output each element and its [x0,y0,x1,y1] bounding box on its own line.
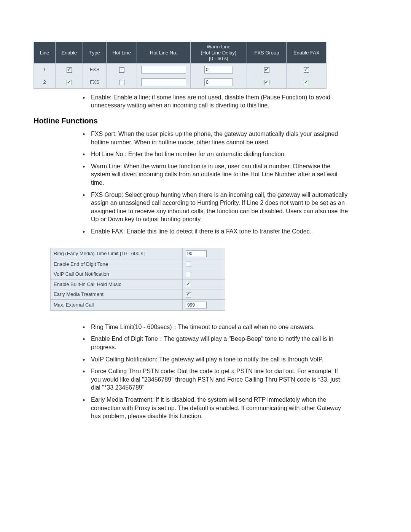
fxs-warmline-input[interactable] [204,66,233,73]
fxs-enable-checkbox[interactable] [67,67,72,73]
fxs-hotline-checkbox[interactable] [119,67,124,73]
fxs-line-table: Line Enable Type Hot Line Hot Line No. W… [33,42,327,89]
fxs-row: 1FXS [33,64,327,76]
fxs-hotline-no-input[interactable] [141,66,186,73]
hotline-functions-item: Warm Line: When the warm line function i… [91,162,349,187]
fxs-row: 2FXS [33,76,327,89]
fxs-warmline-input[interactable] [204,78,233,86]
line-settings-table: Ring (Early Media) Time Limit [10 - 600 … [50,248,225,311]
settings-row: Early Media Treatment [50,289,225,300]
line-settings-note-item: Ring Time Limit(10 - 600secs)：The timeou… [91,323,349,331]
line-settings-note-item: Early Media Treatment: If it is disabled… [91,396,349,420]
settings-row: Ring (Early Media) Time Limit [10 - 600 … [50,248,225,259]
fxs-line-number: 1 [43,67,46,72]
fxs-th-warmline: Warm Line (Hot Line Delay) [0 - 60 s] [191,42,247,64]
fxs-th-type: Type [83,42,107,64]
settings-text-input[interactable] [186,302,207,308]
settings-checkbox[interactable] [186,272,191,277]
fxs-th-group: FXS Group [247,42,287,64]
line-settings-note-item: Force Calling Thru PSTN code: Dial the c… [91,367,349,392]
fxs-fax-checkbox[interactable] [304,80,309,85]
hotline-functions-heading: Hotline Functions [33,117,411,125]
fxs-enable-checkbox[interactable] [67,80,72,85]
fxs-hotline-no-input[interactable] [141,78,186,86]
fxs-hotline-checkbox[interactable] [119,80,124,85]
fxs-type-label: FXS [90,67,99,72]
settings-label: Enable End of Digit Tone [50,259,183,270]
settings-row: VoIP Call Out Notification [50,269,225,280]
hotline-functions-item: Hot Line No.: Enter the hot line number … [91,150,349,158]
fxs-th-enable: Enable [56,42,83,64]
fxs-group-checkbox[interactable] [264,67,269,73]
hotline-functions-item: FXS Group: Select group hunting when the… [91,191,349,224]
enable-note-list: Enable: Enable a line; if some lines are… [91,93,349,110]
settings-checkbox[interactable] [186,262,191,267]
fxs-group-checkbox[interactable] [264,80,269,85]
line-settings-note-item: VoIP Calling Notification: The gateway w… [91,355,349,364]
line-settings-notes-list: Ring Time Limit(10 - 600secs)：The timeou… [91,323,349,420]
fxs-line-number: 2 [43,79,46,85]
fxs-type-label: FXS [90,79,99,85]
settings-label: Early Media Treatment [50,289,183,300]
settings-checkbox[interactable] [186,282,191,287]
hotline-functions-item: FXS port: When the user picks up the pho… [91,130,349,146]
settings-row: Enable Built-in Call Hold Music [50,280,225,290]
settings-label: Max. External Call [50,300,183,311]
enable-note-item: Enable: Enable a line; if some lines are… [91,93,349,110]
fxs-th-hotlineno: Hot Line No. [137,42,190,64]
line-settings-note-item: Enable End of Digit Tone：The gateway wil… [91,335,349,351]
fxs-th-fax: Enable FAX [287,42,327,64]
settings-label: VoIP Call Out Notification [50,269,183,280]
hotline-functions-list: FXS port: When the user picks up the pho… [91,130,349,236]
settings-label: Ring (Early Media) Time Limit [10 - 600 … [50,248,183,259]
hotline-functions-item: Enable FAX: Enable this line to detect i… [91,227,349,236]
fxs-th-line: Line [33,42,56,64]
settings-row: Enable End of Digit Tone [50,259,225,270]
settings-row: Max. External Call [50,300,225,311]
settings-checkbox[interactable] [186,292,191,297]
fxs-header-row: Line Enable Type Hot Line Hot Line No. W… [33,42,327,64]
fxs-th-hotline: Hot Line [107,42,137,64]
fxs-fax-checkbox[interactable] [304,67,309,73]
settings-text-input[interactable] [186,250,207,257]
settings-label: Enable Built-in Call Hold Music [50,280,183,290]
